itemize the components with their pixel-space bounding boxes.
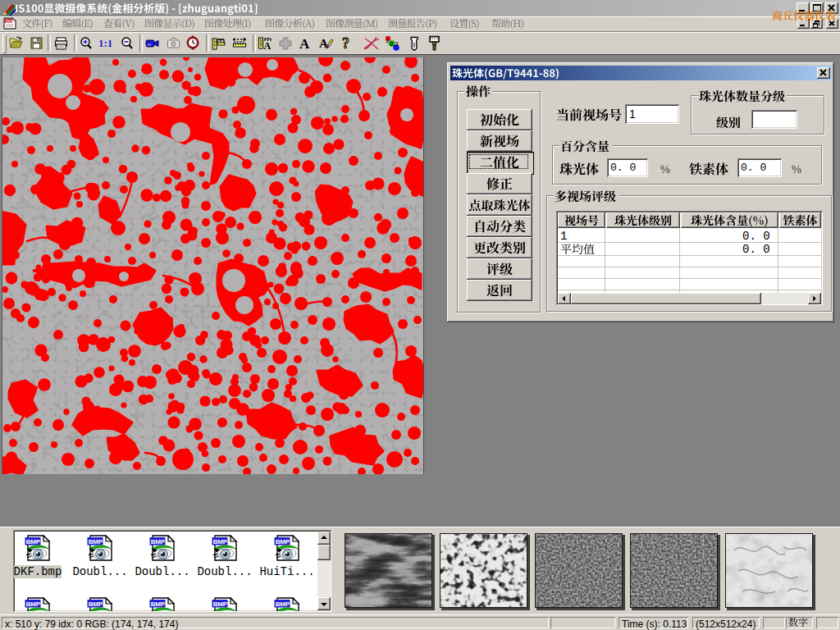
svg-text:A: A — [264, 40, 272, 52]
svg-text:DOC: DOC — [6, 19, 16, 24]
svg-text:A: A — [299, 36, 310, 51]
svg-text:2: 2 — [390, 41, 394, 47]
svg-text:1:1: 1:1 — [98, 37, 112, 49]
svg-text:1: 1 — [386, 38, 389, 43]
svg-text:3: 3 — [395, 40, 399, 48]
svg-text:?: ? — [342, 36, 349, 51]
